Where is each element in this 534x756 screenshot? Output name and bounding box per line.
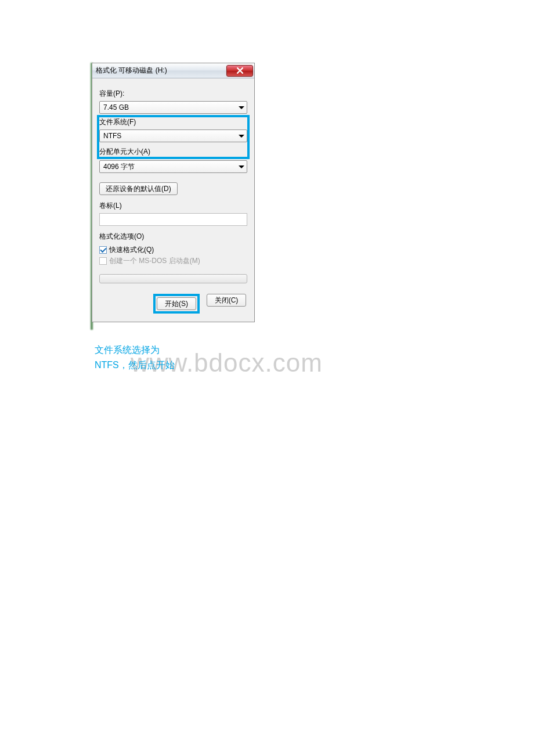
progress-bar (99, 274, 247, 283)
allocation-label: 分配单元大小(A) (99, 147, 247, 157)
volume-label-input[interactable] (99, 213, 247, 226)
chevron-down-icon (239, 135, 244, 138)
dialog-footer: 开始(S) 关闭(C) (99, 294, 247, 314)
annotation-line-2: NTFS，然后点开始 (95, 358, 175, 373)
window-close-button[interactable] (226, 65, 253, 77)
filesystem-select[interactable]: NTFS (99, 129, 247, 142)
quick-format-label: 快速格式化(Q) (109, 245, 154, 255)
chevron-down-icon (239, 106, 244, 109)
restore-defaults-button[interactable]: 还原设备的默认值(D) (99, 182, 178, 195)
dialog-body: 容量(P): 7.45 GB 文件系统(F) NTFS 分配单元大小(A) 40… (92, 78, 254, 322)
filesystem-value: NTFS (103, 132, 121, 140)
msdos-boot-checkbox (99, 257, 107, 265)
start-button-highlight: 开始(S) (153, 294, 200, 314)
filesystem-label: 文件系统(F) (99, 117, 247, 127)
annotation-line-1: 文件系统选择为 (95, 343, 175, 358)
quick-format-row[interactable]: 快速格式化(Q) (99, 245, 247, 255)
filesystem-highlight: 文件系统(F) NTFS 分配单元大小(A) (97, 115, 250, 159)
format-dialog: 格式化 可移动磁盘 (H:) 容量(P): 7.45 GB 文件系统(F) NT… (92, 63, 255, 322)
allocation-value: 4096 字节 (103, 162, 135, 172)
dialog-title: 格式化 可移动磁盘 (H:) (96, 66, 167, 75)
quick-format-checkbox[interactable] (99, 246, 107, 254)
capacity-value: 7.45 GB (103, 103, 129, 111)
close-button[interactable]: 关闭(C) (207, 294, 246, 307)
format-options-group: 格式化选项(O) 快速格式化(Q) 创建一个 MS-DOS 启动盘(M) (99, 232, 247, 267)
msdos-boot-label: 创建一个 MS-DOS 启动盘(M) (109, 256, 200, 266)
close-icon (237, 67, 243, 74)
instruction-annotation: 文件系统选择为 NTFS，然后点开始 (95, 343, 175, 372)
capacity-label: 容量(P): (99, 89, 247, 99)
volume-label-label: 卷标(L) (99, 201, 247, 211)
start-button[interactable]: 开始(S) (157, 297, 196, 310)
msdos-boot-row: 创建一个 MS-DOS 启动盘(M) (99, 256, 247, 266)
allocation-select[interactable]: 4096 字节 (99, 160, 247, 173)
titlebar[interactable]: 格式化 可移动磁盘 (H:) (92, 63, 254, 78)
format-options-label: 格式化选项(O) (99, 232, 247, 242)
capacity-select[interactable]: 7.45 GB (99, 101, 247, 114)
chevron-down-icon (239, 165, 244, 168)
